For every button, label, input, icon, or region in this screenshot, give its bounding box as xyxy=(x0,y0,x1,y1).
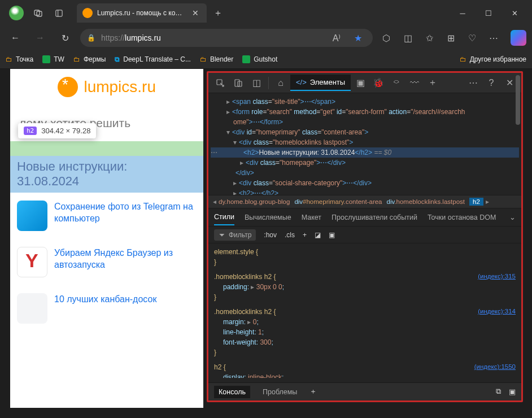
site-header: lumpics.ru xyxy=(10,69,203,105)
sheet-icon xyxy=(242,55,250,63)
welcome-tab-icon[interactable]: ⌂ xyxy=(272,75,289,92)
tab-layout[interactable]: Макет xyxy=(302,210,321,225)
tab-dom-breakpoints[interactable]: Точки останова DOM xyxy=(428,210,496,225)
hov-toggle[interactable]: :hov xyxy=(264,231,277,239)
drawer-icon[interactable]: ⧉ xyxy=(496,387,501,396)
favorites-icon[interactable]: ✩ xyxy=(421,33,437,43)
folder-icon: 🗀 xyxy=(460,55,466,63)
article-link[interactable]: 10 лучших канбан-досок xyxy=(54,293,156,306)
dom-breadcrumb[interactable]: ◂ dy.home.blog.group-blog div#homeprimar… xyxy=(208,195,521,208)
tab-styles[interactable]: Стили xyxy=(214,210,234,225)
help-icon[interactable]: ? xyxy=(483,75,500,92)
tab-actions-icon[interactable] xyxy=(54,8,63,18)
source-link[interactable]: (индекс):314 xyxy=(478,307,516,316)
favicon-icon xyxy=(82,8,93,18)
article-item[interactable]: Y Убираем Яндекс Браузер из автозапуска xyxy=(10,239,203,285)
source-link[interactable]: (индекс):1550 xyxy=(474,362,516,372)
collections-icon[interactable]: ⊞ xyxy=(443,33,459,43)
h2-text-line1: Новые инструкции: xyxy=(17,159,197,174)
paint-flashing-icon[interactable]: ◪ xyxy=(315,231,321,239)
window-maximize-button[interactable]: ☐ xyxy=(476,0,502,26)
selected-h2[interactable]: Новые инструкции: 31.08.2024 xyxy=(10,156,203,193)
window-close-button[interactable]: ✕ xyxy=(502,0,527,26)
box-model-icon[interactable]: ▣ xyxy=(329,231,335,239)
performance-icon[interactable]: ♡ xyxy=(464,33,480,43)
element-tooltip: h2 304.42 × 79.28 xyxy=(18,123,96,138)
bookmark-other[interactable]: 🗀Другое избранное xyxy=(460,55,526,63)
settings-icon[interactable]: ⋯ xyxy=(465,75,482,92)
chevron-down-icon[interactable]: ⌄ xyxy=(509,213,516,221)
bookmark-item[interactable]: 🗀Точка xyxy=(6,55,33,63)
tab-title: Lumpics.ru - помощь с компьюте xyxy=(97,9,185,17)
folder-icon: 🗀 xyxy=(73,55,80,63)
css-rule[interactable]: element.style {} xyxy=(214,247,516,267)
styles-panel[interactable]: element.style {} (индекс):315 .homeblock… xyxy=(208,243,521,378)
split-screen-icon[interactable]: ◫ xyxy=(400,33,416,43)
window-minimize-button[interactable]: ─ xyxy=(450,0,476,26)
bookmark-item[interactable]: ⧉DeepL Translate – С... xyxy=(115,55,191,63)
copilot-icon[interactable] xyxy=(511,30,526,46)
telegram-icon xyxy=(17,201,47,231)
responsive-icon[interactable]: ◫ xyxy=(248,75,265,92)
source-link[interactable]: (индекс):315 xyxy=(478,272,516,281)
styles-filter-input[interactable]: ⏷Фильтр xyxy=(214,229,256,241)
bookmark-item[interactable]: 🗀Blender xyxy=(200,55,233,63)
site-logo-icon[interactable] xyxy=(58,77,78,97)
bug-icon[interactable]: 🐞 xyxy=(370,75,387,92)
more-menu-icon[interactable]: ⋯ xyxy=(486,33,502,43)
new-style-rule-icon[interactable]: + xyxy=(303,231,307,239)
article-link[interactable]: Убираем Яндекс Браузер из автозапуска xyxy=(54,247,197,271)
read-aloud-icon[interactable]: A⁾ xyxy=(329,33,345,43)
svg-rect-5 xyxy=(235,80,239,86)
more-tabs-icon[interactable]: ＋ xyxy=(424,75,441,92)
nav-back-button[interactable]: ← xyxy=(6,28,25,47)
css-rule[interactable]: (индекс):314 .homeblocklinks h2 { margin… xyxy=(214,307,516,358)
url-input[interactable]: 🔒 https://lumpics.ru A⁾ ★ xyxy=(80,29,373,47)
highlight-margin xyxy=(10,141,203,156)
article-item[interactable]: Сохранение фото из Telegram на компьютер xyxy=(10,193,203,239)
profile-icon[interactable] xyxy=(9,6,24,20)
bookmarks-bar: 🗀Точка TW 🗀Фермы ⧉DeepL Translate – С...… xyxy=(0,50,532,69)
dom-tree[interactable]: ▸<span class="site-title">⋯</span> ▸<for… xyxy=(208,93,521,195)
nav-refresh-button[interactable]: ↻ xyxy=(55,28,75,47)
device-toolbar-icon[interactable] xyxy=(230,75,247,92)
tooltip-tag: h2 xyxy=(24,127,37,135)
cls-toggle[interactable]: .cls xyxy=(285,231,295,239)
bookmark-item[interactable]: 🗀Фермы xyxy=(73,55,106,63)
tab-close-icon[interactable]: ✕ xyxy=(190,8,201,18)
page-viewport: lumpics.ru лему хотите решить Новые инст… xyxy=(10,69,203,408)
favorite-star-icon[interactable]: ★ xyxy=(350,33,366,43)
article-item[interactable]: 10 лучших канбан-досок xyxy=(10,285,203,332)
console-tab-icon[interactable]: ▣ xyxy=(352,75,369,92)
tab-computed[interactable]: Вычисляемые xyxy=(245,210,291,225)
new-tab-button[interactable]: ＋ xyxy=(213,7,223,19)
css-rule[interactable]: (индекс):315 .homeblocklinks h2 { paddin… xyxy=(214,272,516,302)
network-icon[interactable]: ⌔ xyxy=(388,75,405,92)
css-rule[interactable]: (индекс):1550 h2 { display: inline-block… xyxy=(214,362,516,378)
yandex-icon: Y xyxy=(17,247,47,277)
workspaces-icon[interactable] xyxy=(34,8,43,18)
tab-problems[interactable]: Проблемы xyxy=(258,386,302,398)
article-link[interactable]: Сохранение фото из Telegram на компьютер xyxy=(54,201,197,225)
bookmark-item[interactable]: Gutshot xyxy=(242,55,277,63)
tab-console[interactable]: Консоль xyxy=(214,386,250,398)
nav-forward-button[interactable]: → xyxy=(30,28,50,47)
bookmark-item[interactable]: TW xyxy=(42,55,64,63)
h2-text-line2: 31.08.2024 xyxy=(17,174,197,189)
inspect-element-icon[interactable] xyxy=(212,75,229,92)
svg-rect-2 xyxy=(55,10,62,16)
url-protocol: https:// xyxy=(101,33,125,42)
drawer-settings-icon[interactable]: ▣ xyxy=(509,387,516,396)
devtools-tabbar: ◫ ⌂ </>Элементы ▣ 🐞 ⌔ 〰 ＋ ⋯ ? ✕ xyxy=(208,73,521,93)
breadcrumb-selected[interactable]: h2 xyxy=(469,198,483,206)
tab-elements[interactable]: </>Элементы xyxy=(290,75,351,91)
tab-event-listeners[interactable]: Прослушиватели событий xyxy=(332,210,417,225)
folder-icon: 🗀 xyxy=(6,55,12,63)
performance-tab-icon[interactable]: 〰 xyxy=(406,75,423,92)
browser-tab[interactable]: Lumpics.ru - помощь с компьюте ✕ xyxy=(77,3,207,23)
site-logo-text[interactable]: lumpics.ru xyxy=(84,78,156,95)
styles-toolbar: ⏷Фильтр :hov .cls + ◪ ▣ xyxy=(208,227,521,243)
add-drawer-tab-icon[interactable]: ＋ xyxy=(309,387,317,397)
kanban-icon xyxy=(17,293,47,324)
extensions-icon[interactable]: ⬡ xyxy=(378,33,394,43)
